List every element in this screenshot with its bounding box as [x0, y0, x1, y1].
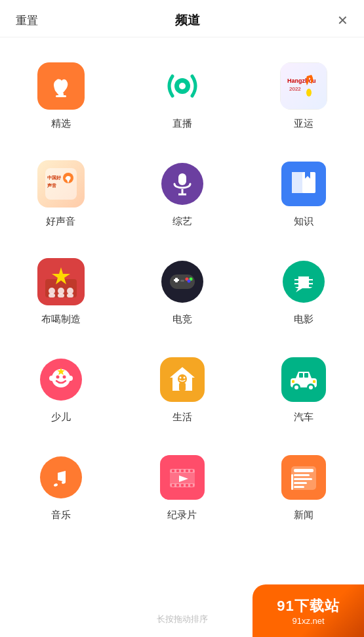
- svg-rect-72: [181, 484, 184, 487]
- buchang-label: 布噶制造: [41, 313, 81, 326]
- svg-point-45: [68, 376, 73, 381]
- dianying-icon: [280, 258, 327, 305]
- svg-rect-39: [309, 280, 313, 283]
- svg-point-6: [306, 89, 312, 97]
- svg-rect-40: [309, 284, 313, 287]
- dianjing-icon: [159, 258, 206, 305]
- channel-item-haoshengyin[interactable]: 中国好 声音 好声音: [0, 142, 121, 240]
- zongyi-icon: [159, 160, 206, 208]
- zhibao-icon: [159, 62, 206, 110]
- channel-item-dianying[interactable]: 电影: [243, 240, 364, 338]
- haoshengyin-label: 好声音: [46, 215, 75, 228]
- zongyi-label: 综艺: [172, 215, 192, 228]
- channel-item-shenghuo[interactable]: 生活: [121, 338, 243, 435]
- channel-item-xinwen[interactable]: 新闻: [243, 435, 364, 533]
- svg-rect-67: [181, 470, 184, 472]
- jingxuan-label: 精选: [51, 118, 71, 130]
- svg-rect-38: [309, 276, 313, 279]
- svg-rect-23: [58, 294, 64, 297]
- dianying-label: 电影: [294, 313, 313, 326]
- channel-item-buchang[interactable]: 布噶制造: [0, 240, 121, 338]
- svg-rect-70: [172, 484, 174, 487]
- svg-rect-78: [294, 474, 310, 476]
- svg-rect-71: [176, 484, 179, 487]
- svg-rect-69: [190, 470, 193, 472]
- svg-rect-65: [172, 470, 174, 472]
- svg-rect-61: [58, 473, 66, 475]
- ayun-label: 亚运: [294, 118, 313, 130]
- svg-rect-81: [294, 486, 304, 488]
- channel-item-qiche[interactable]: 汽车: [243, 338, 364, 435]
- qiche-icon: [280, 356, 327, 403]
- jilupian-label: 纪录片: [167, 509, 197, 521]
- svg-rect-37: [294, 284, 298, 287]
- yinyue-icon: [37, 454, 85, 501]
- svg-rect-1: [56, 95, 66, 97]
- zhishi-icon: [280, 160, 327, 208]
- channel-grid: 精选 直播 Hangzhou 2022: [0, 37, 364, 533]
- xinwen-icon: [280, 454, 327, 501]
- svg-rect-53: [299, 373, 303, 378]
- svg-point-44: [49, 376, 54, 381]
- svg-point-20: [58, 288, 64, 294]
- svg-rect-68: [186, 470, 188, 472]
- ayun-icon: Hangzhou 2022: [280, 62, 327, 110]
- svg-point-3: [179, 83, 186, 89]
- svg-rect-66: [176, 470, 179, 472]
- xinwen-label: 新闻: [294, 509, 313, 521]
- watermark-text1: 91下载站: [277, 596, 339, 616]
- svg-rect-27: [175, 278, 178, 282]
- shenghuo-label: 生活: [172, 411, 192, 424]
- channel-item-zhibao[interactable]: 直播: [121, 44, 243, 142]
- watermark-text2: 91xz.net: [292, 616, 324, 626]
- zhishi-label: 知识: [294, 215, 313, 228]
- svg-rect-77: [294, 469, 313, 472]
- svg-rect-36: [294, 280, 298, 283]
- svg-rect-15: [292, 172, 304, 193]
- svg-point-58: [309, 385, 313, 389]
- svg-point-21: [67, 288, 73, 294]
- close-button[interactable]: ✕: [337, 12, 348, 28]
- svg-rect-80: [294, 482, 307, 484]
- jilupian-icon: [159, 454, 206, 501]
- svg-rect-31: [180, 280, 184, 282]
- svg-rect-60: [292, 380, 294, 383]
- svg-text:2022: 2022: [289, 86, 301, 92]
- svg-point-49: [178, 374, 187, 384]
- buchang-icon: [37, 258, 85, 305]
- svg-text:声音: 声音: [47, 183, 56, 188]
- channel-item-jilupian[interactable]: 纪录片: [121, 435, 243, 533]
- svg-point-56: [294, 385, 298, 389]
- zhibao-label: 直播: [172, 118, 192, 130]
- svg-point-50: [179, 377, 181, 379]
- svg-rect-11: [178, 173, 186, 185]
- shenghuo-icon: [159, 356, 206, 403]
- channel-item-zongyi[interactable]: 综艺: [121, 142, 243, 240]
- svg-rect-82: [291, 474, 293, 490]
- svg-rect-79: [294, 478, 312, 480]
- shaoer-icon: [37, 356, 85, 403]
- svg-rect-48: [179, 383, 186, 391]
- svg-point-19: [49, 288, 55, 294]
- svg-rect-74: [190, 484, 193, 487]
- page-title: 频道: [175, 12, 200, 29]
- channel-item-dianjing[interactable]: 电竞: [121, 240, 243, 338]
- svg-rect-73: [186, 484, 188, 487]
- svg-rect-24: [67, 294, 73, 297]
- yinyue-label: 音乐: [51, 509, 71, 521]
- channel-item-ayun[interactable]: Hangzhou 2022 亚运: [243, 44, 364, 142]
- svg-point-30: [187, 280, 190, 283]
- qiche-label: 汽车: [294, 411, 313, 424]
- svg-rect-22: [49, 294, 55, 297]
- header: 重置 频道 ✕: [0, 0, 364, 37]
- shaoer-label: 少儿: [51, 411, 71, 424]
- reset-button[interactable]: 重置: [16, 13, 38, 28]
- haoshengyin-icon: 中国好 声音: [37, 160, 85, 208]
- dianjing-label: 电竞: [172, 313, 192, 326]
- channel-item-shaoer[interactable]: 少儿: [0, 338, 121, 435]
- channel-item-yinyue[interactable]: 音乐: [0, 435, 121, 533]
- watermark: 91下载站 91xz.net: [253, 584, 364, 637]
- svg-rect-59: [313, 380, 315, 383]
- channel-item-jingxuan[interactable]: 精选: [0, 44, 121, 142]
- channel-item-zhishi[interactable]: 知识: [243, 142, 364, 240]
